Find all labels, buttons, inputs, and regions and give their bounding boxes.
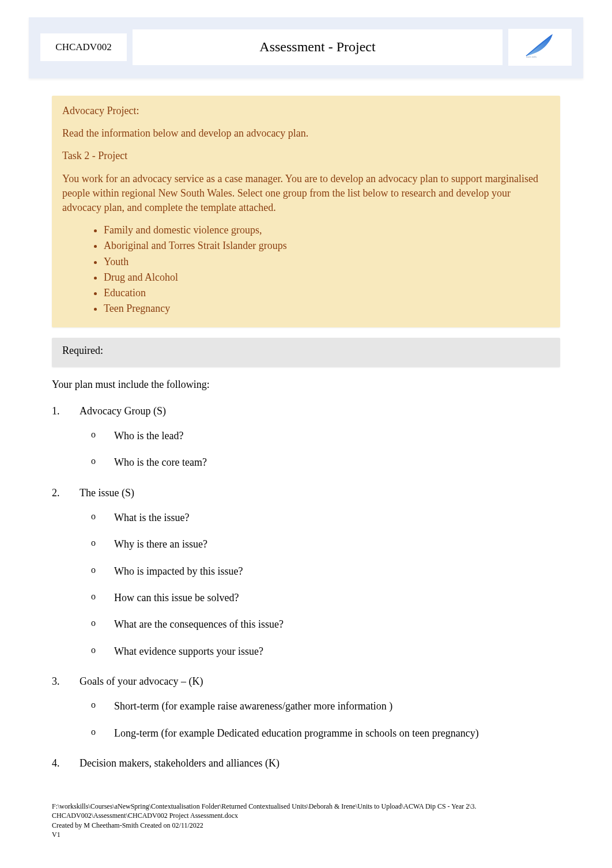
section-heading: The issue (S) bbox=[80, 487, 134, 499]
plan-requirements: Your plan must include the following: Ad… bbox=[0, 378, 612, 771]
list-item: Aboriginal and Torres Strait Islander gr… bbox=[104, 239, 550, 253]
section-decision-makers: Decision makers, stakeholders and allian… bbox=[52, 756, 560, 771]
required-title: Required: bbox=[62, 344, 550, 361]
group-list: Family and domestic violence groups, Abo… bbox=[104, 223, 550, 316]
sub-item: Who is impacted by this issue? bbox=[80, 562, 560, 580]
advocacy-project-panel: Advocacy Project: Read the information b… bbox=[52, 96, 560, 327]
footer-path: F:\workskills\Courses\aNewSpring\Context… bbox=[52, 802, 560, 820]
list-item: Teen Pregnancy bbox=[104, 301, 550, 316]
unit-code: CHCADV002 bbox=[40, 33, 127, 61]
sub-item: How can this issue be solved? bbox=[80, 588, 560, 607]
document-title: Assessment - Project bbox=[133, 29, 503, 65]
list-item: Drug and Alcohol bbox=[104, 270, 550, 285]
footer-created: Created by M Cheetham-Smith Created on 0… bbox=[52, 821, 560, 830]
section-heading: Advocacy Group (S) bbox=[80, 405, 166, 417]
section-heading: Goals of your advocacy – (K) bbox=[80, 675, 203, 687]
project-description: You work for an advocacy service as a ca… bbox=[62, 172, 550, 216]
list-item: Education bbox=[104, 286, 550, 300]
section-goals: Goals of your advocacy – (K) Short-term … bbox=[52, 674, 560, 742]
footer-version: V1 bbox=[52, 830, 560, 839]
project-title: Advocacy Project: bbox=[62, 104, 550, 118]
sub-item: Why is there an issue? bbox=[80, 535, 560, 553]
section-advocacy-group: Advocacy Group (S) Who is the lead? Who … bbox=[52, 404, 560, 472]
required-panel: Required: bbox=[52, 338, 560, 367]
sub-item: Who is the core team? bbox=[80, 453, 560, 471]
section-the-issue: The issue (S) What is the issue? Why is … bbox=[52, 486, 560, 661]
sub-item: What is the issue? bbox=[80, 508, 560, 527]
document-header: CHCADV002 Assessment - Project work skil… bbox=[29, 17, 583, 78]
task-label: Task 2 - Project bbox=[62, 149, 550, 163]
logo-box: work skills bbox=[508, 29, 572, 66]
feather-icon: work skills bbox=[523, 32, 557, 62]
list-item: Youth bbox=[104, 255, 550, 269]
sub-item: Who is the lead? bbox=[80, 427, 560, 445]
sub-item: What evidence supports your issue? bbox=[80, 642, 560, 661]
sub-item: What are the consequences of this issue? bbox=[80, 615, 560, 633]
sub-item: Short-term (for example raise awareness/… bbox=[80, 697, 560, 715]
section-heading: Decision makers, stakeholders and allian… bbox=[80, 757, 279, 769]
sub-item: Long-term (for example Dedicated educati… bbox=[80, 724, 560, 742]
footer: F:\workskills\Courses\aNewSpring\Context… bbox=[0, 784, 612, 839]
list-item: Family and domestic violence groups, bbox=[104, 223, 550, 237]
svg-text:work skills: work skills bbox=[526, 55, 537, 58]
project-intro: Read the information below and develop a… bbox=[62, 126, 550, 141]
plan-intro: Your plan must include the following: bbox=[52, 378, 560, 392]
